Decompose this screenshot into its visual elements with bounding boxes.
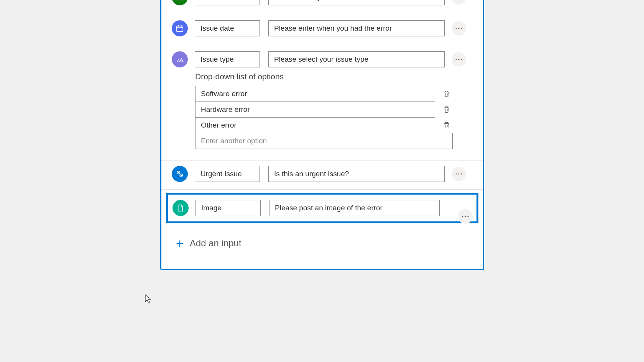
- field-name-email[interactable]: [195, 0, 260, 5]
- dropdown-option-list: [195, 86, 453, 149]
- mouse-cursor: [145, 294, 152, 304]
- more-button[interactable]: [452, 21, 466, 36]
- field-row-urgent: [161, 161, 483, 190]
- svg-point-17: [455, 173, 457, 174]
- svg-point-12: [455, 59, 457, 60]
- svg-point-22: [467, 216, 468, 217]
- add-input-button[interactable]: + Add an input: [161, 228, 483, 250]
- trigger-card: AA Drop-down list of options: [160, 0, 484, 270]
- delete-option-button[interactable]: [440, 119, 453, 132]
- svg-point-19: [461, 173, 462, 174]
- field-desc-urgent[interactable]: [268, 166, 445, 182]
- delete-option-button[interactable]: [440, 87, 453, 100]
- more-button[interactable]: [452, 0, 466, 5]
- dropdown-label: Drop-down list of options: [195, 72, 473, 81]
- field-desc-image[interactable]: [269, 200, 440, 216]
- more-button[interactable]: [458, 209, 473, 224]
- more-button[interactable]: [452, 52, 466, 67]
- field-row-date: [161, 13, 483, 44]
- dropdown-new-option[interactable]: [195, 133, 453, 149]
- dropdown-option[interactable]: [195, 117, 435, 133]
- plus-icon: +: [176, 237, 184, 250]
- email-icon: [172, 0, 188, 5]
- delete-option-button[interactable]: [440, 103, 453, 116]
- field-desc-date[interactable]: [268, 20, 445, 36]
- dropdown-options-section: Drop-down list of options: [161, 70, 483, 161]
- more-button[interactable]: [452, 167, 466, 181]
- field-desc-email[interactable]: [268, 0, 445, 5]
- svg-point-14: [461, 59, 462, 60]
- svg-point-18: [458, 173, 459, 174]
- field-name-date[interactable]: [195, 20, 260, 36]
- field-name-urgent[interactable]: [195, 166, 260, 182]
- field-row-type: AA: [161, 44, 483, 70]
- svg-point-13: [458, 59, 459, 60]
- svg-text:A: A: [179, 57, 184, 63]
- svg-point-7: [455, 28, 457, 29]
- yesno-icon: [172, 166, 188, 182]
- svg-point-8: [458, 28, 459, 29]
- dropdown-option[interactable]: [195, 102, 435, 118]
- dropdown-option[interactable]: [195, 86, 435, 102]
- svg-point-21: [465, 216, 466, 217]
- svg-rect-3: [177, 26, 183, 32]
- add-input-label: Add an input: [190, 238, 242, 249]
- field-desc-type[interactable]: [268, 51, 445, 67]
- field-row-email: [161, 0, 483, 13]
- text-type-icon: AA: [172, 51, 188, 67]
- file-icon: [172, 200, 189, 216]
- calendar-icon: [172, 20, 188, 36]
- field-row-image-highlighted: [166, 193, 478, 223]
- svg-point-9: [461, 28, 462, 29]
- field-name-image[interactable]: [196, 200, 261, 216]
- svg-point-20: [462, 216, 463, 217]
- field-name-type[interactable]: [195, 51, 260, 67]
